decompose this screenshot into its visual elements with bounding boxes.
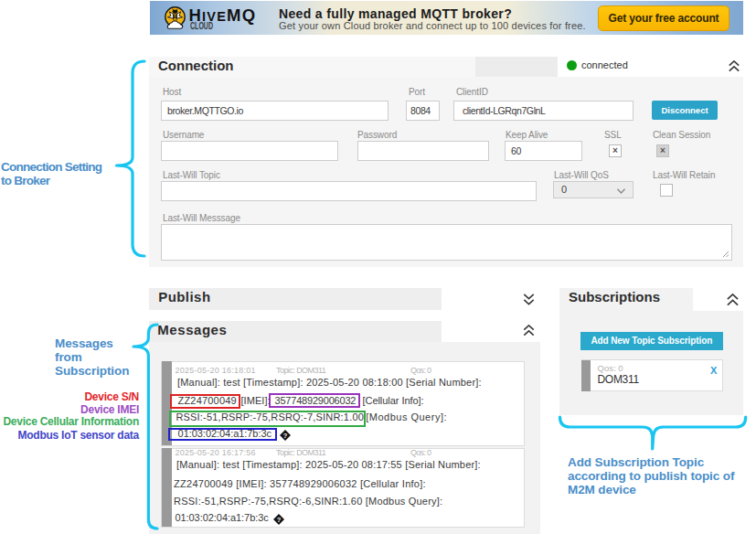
svg-text:?: ? [277,515,282,523]
svg-text:?: ? [282,431,287,439]
